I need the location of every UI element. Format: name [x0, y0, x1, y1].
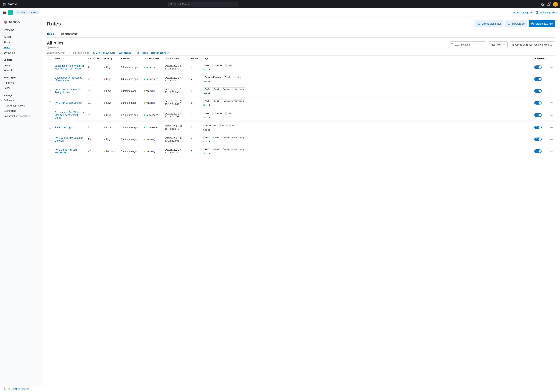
row-actions-icon[interactable]: •••	[550, 126, 553, 129]
tab-rules[interactable]: Rules	[47, 31, 54, 37]
custom-rules-count[interactable]: Custom rules (1)	[534, 43, 552, 46]
select-all-link[interactable]: Select all 590 rules	[93, 51, 115, 54]
sidebar-item-endpoints[interactable]: Endpoints	[0, 98, 42, 103]
sidebar-item-rules[interactable]: Rules	[0, 45, 42, 50]
tag-pill[interactable]: Execution	[213, 64, 226, 67]
row-checkbox[interactable]	[49, 90, 51, 92]
tag-pill[interactable]: Elastic	[220, 124, 230, 127]
row-actions-icon[interactable]: •••	[550, 66, 553, 69]
col-rule[interactable]: Rule	[53, 56, 86, 61]
tag-pill[interactable]: Execution	[213, 112, 226, 115]
help-icon[interactable]	[541, 2, 545, 6]
row-actions-icon[interactable]: •••	[550, 101, 553, 104]
row-checkbox[interactable]	[49, 101, 51, 104]
tag-pill[interactable]: Elastic	[223, 76, 232, 79]
create-new-rule-button[interactable]: Create new rule	[529, 20, 555, 27]
refresh-settings[interactable]: Refresh settings	[151, 51, 170, 54]
global-search-input[interactable]	[168, 1, 238, 7]
tag-pill[interactable]: Host	[226, 64, 234, 67]
user-avatar[interactable]: e	[553, 2, 558, 7]
upload-value-lists-button[interactable]: Upload value lists	[475, 20, 503, 27]
col-version[interactable]: Version	[189, 56, 201, 61]
row-checkbox[interactable]	[49, 66, 51, 68]
sidebar-item-hosts[interactable]: Hosts	[0, 62, 42, 68]
tag-pill[interactable]: Continuous Monitoring	[221, 148, 245, 151]
tag-pill[interactable]: Continuous Monitoring	[221, 99, 245, 103]
col-tags[interactable]: Tags	[201, 56, 532, 61]
sidebar-item-alerts[interactable]: Alerts	[0, 40, 42, 45]
tab-rule-monitoring[interactable]: Rule Monitoring	[58, 31, 78, 37]
row-actions-icon[interactable]: •••	[550, 114, 553, 117]
tag-pill[interactable]: AWS	[203, 87, 211, 91]
tag-pill[interactable]: Host	[226, 112, 234, 115]
activated-toggle[interactable]	[534, 138, 542, 141]
row-checkbox[interactable]	[49, 126, 51, 129]
elastic-rules-count[interactable]: Elastic rules (589)	[512, 43, 532, 46]
sidebar-item-overview[interactable]: Overview	[0, 27, 42, 32]
sidebar-item-timelines[interactable]: Timelines	[0, 80, 42, 85]
row-actions-icon[interactable]: •••	[550, 138, 553, 141]
space-badge[interactable]: D	[8, 10, 13, 15]
breadcrumb-rules[interactable]: Rules	[29, 10, 39, 14]
newsfeed-icon[interactable]	[547, 2, 550, 6]
ml-job-settings[interactable]: ML job settings	[513, 11, 532, 14]
select-all-checkbox[interactable]	[49, 57, 51, 60]
row-checkbox[interactable]	[49, 78, 51, 80]
col-activated[interactable]: Activated↓	[532, 56, 548, 61]
rule-search-input[interactable]	[449, 41, 486, 48]
rule-name-link[interactable]: AWS CloudTrail Log Suspended	[55, 148, 77, 154]
see-all-tags[interactable]: See all	[203, 104, 210, 106]
rule-name-link[interactable]: Unusual Child Processes of RunDLL32	[55, 76, 82, 82]
row-checkbox[interactable]	[49, 114, 51, 116]
sidebar-item-exceptions[interactable]: Exceptions	[0, 50, 42, 55]
rule-name-link[interactable]: AWS IAM Group Deletion	[55, 101, 82, 104]
see-all-tags[interactable]: See all	[203, 68, 210, 71]
sidebar-item-cases[interactable]: Cases	[0, 85, 42, 91]
tag-pill[interactable]: Cloud	[212, 87, 220, 91]
add-integrations[interactable]: Add integrations	[536, 11, 557, 14]
row-actions-icon[interactable]: •••	[550, 150, 553, 153]
import-rules-button[interactable]: Import rules	[505, 20, 527, 27]
col-last-run[interactable]: Last run	[119, 56, 142, 61]
col-severity[interactable]: Severity	[102, 56, 119, 61]
activated-toggle[interactable]	[534, 126, 542, 129]
tag-pill[interactable]: Cloud	[212, 136, 220, 139]
breadcrumb-security[interactable]: Security	[15, 10, 28, 14]
tag-pill[interactable]: Elastic	[203, 112, 212, 115]
tag-pill[interactable]: AWS	[203, 148, 211, 151]
activated-toggle[interactable]	[534, 89, 542, 93]
rule-name-link[interactable]: Execution of File Written or Modified by…	[55, 64, 84, 70]
refresh-link[interactable]: Refresh	[137, 51, 148, 54]
sidebar-item-network[interactable]: Network	[0, 68, 42, 73]
tag-pill[interactable]: Authentication	[203, 124, 220, 127]
activated-toggle[interactable]	[534, 77, 542, 81]
row-actions-icon[interactable]: •••	[550, 89, 553, 92]
tag-pill[interactable]: Defense Evasion	[203, 76, 222, 79]
tag-pill[interactable]: Elastic	[203, 64, 212, 67]
sidebar-item-trusted-applications[interactable]: Trusted applications	[0, 103, 42, 108]
tags-filter[interactable]: Tags 45	[488, 41, 508, 48]
col-last-updated[interactable]: Last updated	[163, 56, 189, 61]
see-all-tags[interactable]: See all	[203, 152, 210, 155]
col-risk[interactable]: Risk score	[86, 56, 102, 61]
tag-pill[interactable]: AWS	[203, 99, 211, 103]
sidebar-item-event-filters[interactable]: Event filters	[0, 108, 42, 114]
see-all-tags[interactable]: See all	[203, 92, 210, 95]
tag-pill[interactable]: Host	[233, 76, 240, 79]
activated-toggle[interactable]	[534, 149, 542, 153]
rule-name-link[interactable]: AWS GuardDuty Detector Deletion	[55, 136, 83, 142]
tag-pill[interactable]: ML	[230, 124, 237, 127]
rule-name-link[interactable]: Rare User Logon	[55, 126, 73, 129]
tag-pill[interactable]: AWS	[203, 136, 211, 139]
bulk-actions[interactable]: Bulk actions	[119, 51, 133, 54]
see-all-tags[interactable]: See all	[203, 140, 210, 143]
col-last-response[interactable]: Last response	[142, 56, 163, 61]
tag-pill[interactable]: Continuous Monitoring	[221, 136, 245, 139]
see-all-tags[interactable]: See all	[203, 116, 210, 119]
activated-toggle[interactable]	[534, 101, 542, 105]
brand-logo[interactable]: elastic	[2, 2, 17, 6]
sidebar-item-host-isolation-exceptions[interactable]: Host isolation exceptions	[0, 114, 42, 119]
tag-pill[interactable]: Cloud	[212, 148, 220, 151]
activated-toggle[interactable]	[534, 113, 542, 117]
rule-name-link[interactable]: AWS IAM Assume Role Policy Update	[55, 88, 80, 94]
